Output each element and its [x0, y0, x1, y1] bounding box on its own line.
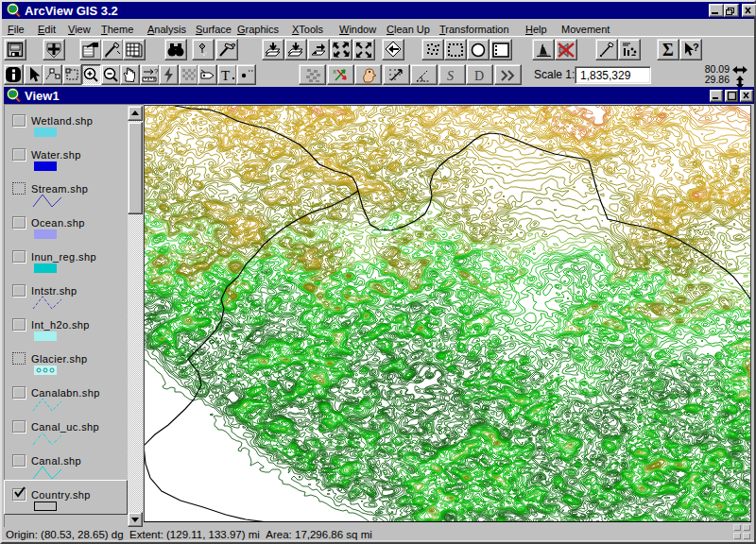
svg-text:Σ: Σ: [662, 41, 674, 60]
svg-text:x: x: [333, 67, 336, 76]
svg-text:?: ?: [231, 42, 236, 51]
svg-text:D: D: [474, 69, 484, 83]
svg-text:S: S: [447, 69, 454, 83]
svg-text:?: ?: [693, 42, 699, 53]
svg-text:T: T: [221, 68, 230, 83]
